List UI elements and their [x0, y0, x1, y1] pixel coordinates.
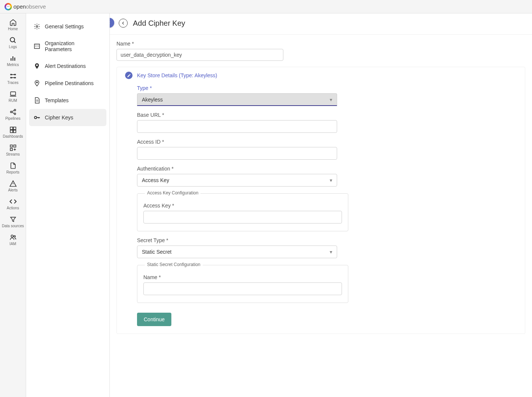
- svg-rect-17: [13, 145, 16, 147]
- access-id-input[interactable]: [137, 147, 337, 160]
- sidebar-item-pipeline-destinations[interactable]: Pipeline Destinations: [29, 75, 106, 92]
- nav-pipelines[interactable]: Pipelines: [2, 106, 24, 124]
- users-icon: [9, 234, 17, 241]
- keystore-section-title: Key Store Details (Type: Akeyless): [137, 72, 217, 78]
- nav-reports[interactable]: Reports: [2, 160, 24, 178]
- svg-rect-24: [37, 45, 37, 46]
- svg-rect-3: [14, 57, 15, 60]
- svg-rect-28: [38, 46, 39, 47]
- access-id-label: Access ID *: [137, 139, 505, 145]
- svg-point-29: [36, 82, 38, 84]
- nav-rum[interactable]: RUM: [2, 88, 24, 106]
- svg-rect-14: [10, 130, 13, 133]
- keystore-section: Key Store Details (Type: Akeyless) Type …: [116, 67, 525, 334]
- sidebar-item-org-params[interactable]: Organization Parameters: [29, 35, 106, 57]
- svg-rect-4: [10, 74, 12, 75]
- sidebar-item-label: Alert Destinations: [45, 63, 86, 69]
- chevron-down-icon: ▾: [330, 97, 332, 103]
- brand-text: openobserve: [13, 3, 46, 10]
- sidebar-item-label: Templates: [45, 97, 69, 103]
- secret-type-label: Secret Type *: [137, 237, 505, 243]
- sidebar-item-label: Organization Parameters: [45, 40, 102, 52]
- top-header: 〰 openobserve: [0, 0, 532, 13]
- svg-rect-18: [10, 149, 12, 151]
- sidebar-item-cipher-keys[interactable]: Cipher Keys: [29, 109, 106, 126]
- laptop-icon: [9, 90, 17, 98]
- svg-point-32: [34, 116, 37, 119]
- type-label: Type *: [137, 85, 505, 91]
- svg-rect-31: [36, 101, 38, 101]
- nav-iam[interactable]: IAM: [2, 231, 24, 249]
- svg-point-0: [10, 38, 15, 42]
- name-input[interactable]: [116, 49, 283, 61]
- main-content: Add Cipher Key Name * Key Store Details …: [110, 13, 532, 397]
- svg-rect-12: [10, 127, 13, 130]
- search-icon: [9, 37, 17, 44]
- svg-rect-1: [10, 58, 12, 61]
- nav-actions[interactable]: Actions: [2, 196, 24, 213]
- traces-icon: [9, 72, 17, 80]
- svg-rect-2: [12, 56, 13, 61]
- type-select-value: Akeyless: [142, 97, 163, 103]
- chevron-down-icon: ▾: [330, 249, 332, 255]
- file-icon: [9, 162, 17, 169]
- access-key-input[interactable]: [143, 211, 342, 223]
- secret-name-input[interactable]: [143, 282, 342, 295]
- continue-button[interactable]: Continue: [137, 313, 171, 326]
- page-title: Add Cipher Key: [133, 19, 185, 28]
- form-area: Name * Key Store Details (Type: Akeyless…: [110, 35, 532, 345]
- alert-triangle-icon: [9, 180, 17, 187]
- base-url-input[interactable]: [137, 120, 337, 133]
- pin-icon: [34, 63, 40, 69]
- nav-data-sources[interactable]: Data sources: [2, 213, 24, 231]
- svg-rect-25: [38, 45, 39, 46]
- nav-dashboards[interactable]: Dashboards: [2, 124, 24, 142]
- nav-metrics[interactable]: Metrics: [2, 52, 24, 70]
- access-key-label: Access Key *: [143, 203, 342, 209]
- page-header: Add Cipher Key: [110, 13, 532, 35]
- type-select[interactable]: Akeyless ▾: [137, 93, 337, 106]
- document-icon: [34, 97, 40, 104]
- svg-rect-16: [10, 145, 12, 147]
- home-icon: [9, 19, 17, 26]
- svg-rect-30: [36, 100, 38, 100]
- auth-select[interactable]: Access Key ▾: [137, 174, 337, 187]
- secret-name-label: Name *: [143, 274, 342, 280]
- share-icon: [9, 108, 17, 116]
- nav-alerts[interactable]: Alerts: [2, 178, 24, 196]
- gear-icon: [34, 23, 40, 30]
- building-icon: [34, 43, 40, 50]
- sidebar-item-templates[interactable]: Templates: [29, 92, 106, 109]
- grid-plus-icon: [9, 144, 17, 151]
- secret-type-select-value: Static Secret: [142, 249, 171, 255]
- svg-rect-27: [37, 46, 37, 47]
- sidebar-item-label: Cipher Keys: [45, 115, 73, 121]
- svg-rect-13: [13, 127, 16, 130]
- back-button[interactable]: [119, 19, 128, 28]
- svg-rect-6: [10, 77, 12, 78]
- sidebar-item-alert-destinations[interactable]: Alert Destinations: [29, 57, 106, 75]
- svg-point-21: [36, 26, 38, 28]
- logo-icon: 〰: [4, 3, 12, 10]
- bar-chart-icon: [9, 54, 17, 62]
- auth-select-value: Access Key: [142, 177, 169, 183]
- svg-rect-7: [14, 77, 16, 78]
- svg-point-20: [14, 235, 15, 237]
- dashboard-icon: [9, 126, 17, 134]
- secret-type-select[interactable]: Static Secret ▾: [137, 246, 337, 258]
- nav-traces[interactable]: Traces: [2, 70, 24, 88]
- name-label: Name *: [116, 41, 525, 47]
- static-secret-config-box: Static Secret Configuration Name *: [137, 265, 348, 303]
- edit-icon: [125, 72, 133, 79]
- nav-home[interactable]: Home: [2, 16, 24, 34]
- sidebar-item-general-settings[interactable]: General Settings: [29, 18, 106, 35]
- brand-logo[interactable]: 〰 openobserve: [4, 3, 46, 10]
- static-secret-config-legend: Static Secret Configuration: [145, 262, 203, 267]
- code-icon: [9, 198, 17, 205]
- sidebar-item-label: Pipeline Destinations: [45, 80, 94, 86]
- access-key-config-box: Access Key Configuration Access Key *: [137, 193, 348, 231]
- nav-logs[interactable]: Logs: [2, 34, 24, 52]
- pin-outline-icon: [34, 80, 40, 87]
- nav-streams[interactable]: Streams: [2, 142, 24, 160]
- settings-sidebar: General Settings Organization Parameters…: [26, 13, 110, 397]
